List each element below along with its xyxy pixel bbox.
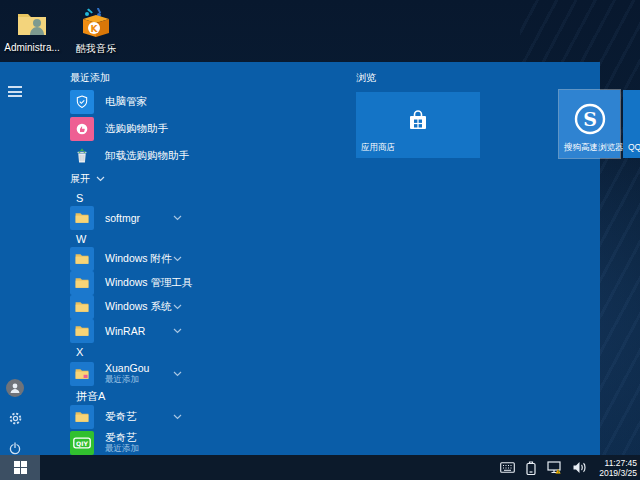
kuwo-music-icon: K: [79, 6, 113, 40]
app-row-pc-manager[interactable]: 电脑管家: [30, 88, 190, 115]
chevron-down-icon: [173, 304, 182, 310]
app-row-uninstall-xuangou[interactable]: 卸载选购购物助手: [30, 142, 190, 169]
iqiyi-icon: QIY: [70, 431, 94, 455]
svg-text:QIY: QIY: [76, 440, 88, 447]
chevron-down-icon: [173, 256, 182, 262]
clock-date: 2019/3/25: [599, 468, 637, 478]
folder-row-winrar[interactable]: WinRAR: [30, 319, 190, 343]
desktop-icon-label: Administra...: [4, 42, 60, 53]
desktop-icons: Administra... K 酷我音乐: [6, 6, 122, 56]
folder-row-softmgr[interactable]: softmgr: [30, 206, 190, 230]
folder-icon: [70, 206, 94, 230]
store-bag-icon: [405, 107, 431, 133]
start-menu-rail: [0, 62, 30, 455]
chevron-down-icon: [173, 414, 182, 420]
section-letter-pinyin-a[interactable]: 拼音A: [30, 388, 190, 405]
start-button[interactable]: [0, 455, 40, 480]
tile-sogou-browser[interactable]: S 搜狗高速浏览器: [559, 90, 620, 158]
folder-icon: [70, 247, 94, 271]
chevron-down-icon: [173, 215, 182, 221]
windows-logo-icon: [14, 461, 27, 474]
section-letter-w[interactable]: W: [30, 230, 190, 247]
app-row-iqiyi[interactable]: QIY 爱奇艺 最近添加: [30, 429, 190, 457]
taskbar: ! 11:27:45 2019/3/25: [0, 455, 640, 480]
recent-added-header: 最近添加: [30, 62, 190, 88]
folder-row-windows-accessories[interactable]: Windows 附件: [30, 247, 190, 271]
folder-row-xuangou[interactable]: XuanGou 最近添加: [30, 360, 190, 388]
folder-icon: [70, 405, 94, 429]
sogou-browser-icon: S: [573, 102, 607, 136]
user-folder-icon: [15, 6, 49, 40]
taskbar-clock[interactable]: 11:27:45 2019/3/25: [595, 458, 637, 478]
folder-icon: [70, 319, 94, 343]
section-letter-x[interactable]: X: [30, 343, 190, 360]
recent-added-tag: 最近添加: [105, 374, 149, 385]
hamburger-menu-button[interactable]: [8, 86, 22, 97]
svg-text:!: !: [557, 469, 559, 474]
clock-time: 11:27:45: [599, 458, 637, 468]
start-menu-tiles: 浏览 应用商店 S 搜狗高速浏览器: [190, 62, 600, 455]
folder-row-windows-admin-tools[interactable]: Windows 管理工具: [30, 271, 190, 295]
power-icon: [8, 441, 22, 455]
section-letter-s[interactable]: S: [30, 189, 190, 206]
folder-icon: [70, 362, 94, 386]
system-tray: ! 11:27:45 2019/3/25: [499, 458, 640, 478]
chevron-down-icon: [173, 328, 182, 334]
app-row-xuangou-assistant[interactable]: 选购购物助手: [30, 115, 190, 142]
network-warning-icon[interactable]: !: [547, 460, 563, 476]
chevron-down-icon: [96, 176, 105, 182]
settings-button[interactable]: [5, 408, 25, 428]
svg-text:S: S: [583, 107, 597, 129]
touch-keyboard-icon[interactable]: [499, 460, 515, 476]
desktop-icon-kuwo-music[interactable]: K 酷我音乐: [70, 6, 122, 56]
recent-added-tag: 最近添加: [105, 443, 139, 454]
folder-icon: [70, 271, 94, 295]
shield-check-icon: [70, 90, 94, 114]
trash-recycle-icon: [70, 144, 94, 168]
start-menu-app-list: 最近添加 电脑管家 选购购物助手 卸载选购: [30, 62, 190, 455]
usb-device-icon[interactable]: [523, 460, 539, 476]
hand-badge-icon: [70, 117, 94, 141]
start-menu: 最近添加 电脑管家 选购购物助手 卸载选购: [0, 62, 600, 455]
user-account-button[interactable]: [5, 378, 25, 398]
tile-group-header-browse[interactable]: 浏览: [356, 71, 376, 85]
chevron-down-icon: [173, 371, 182, 377]
folder-icon: [70, 295, 94, 319]
folder-row-windows-system[interactable]: Windows 系统: [30, 295, 190, 319]
desktop-icon-administrator[interactable]: Administra...: [6, 6, 58, 56]
svg-text:K: K: [91, 24, 99, 34]
volume-icon[interactable]: [571, 460, 587, 476]
desktop-icon-label: 酷我音乐: [76, 42, 116, 56]
tile-qq-browser[interactable]: QQ浏览器: [623, 90, 640, 158]
user-avatar-icon: [6, 379, 24, 397]
folder-row-iqiyi[interactable]: 爱奇艺: [30, 405, 190, 429]
expand-button[interactable]: 展开: [30, 169, 190, 189]
gear-icon: [8, 411, 23, 426]
tile-app-store[interactable]: 应用商店: [356, 92, 480, 158]
